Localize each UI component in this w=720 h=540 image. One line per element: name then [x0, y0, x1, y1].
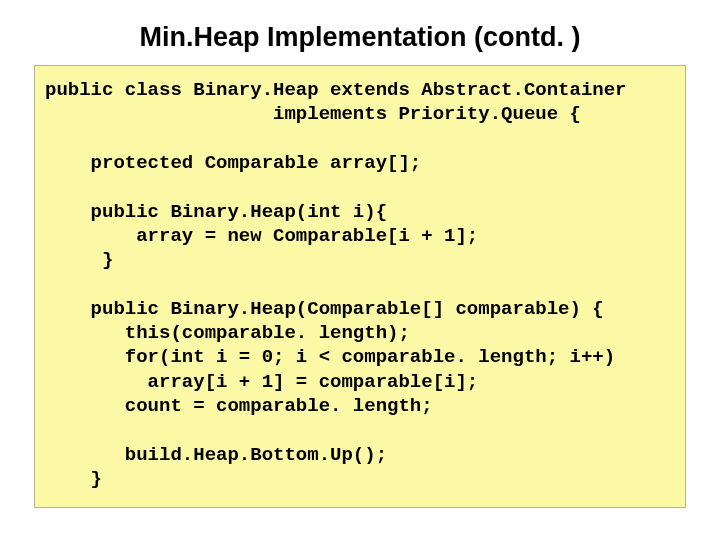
code-line: }	[45, 468, 102, 490]
code-line: array = new Comparable[i + 1];	[45, 225, 478, 247]
code-line: count = comparable. length;	[45, 395, 433, 417]
code-line: protected Comparable array[];	[45, 152, 421, 174]
code-line: public class Binary.Heap extends Abstrac…	[45, 79, 627, 101]
code-line: public Binary.Heap(int i){	[45, 201, 387, 223]
code-line: this(comparable. length);	[45, 322, 410, 344]
code-line: array[i + 1] = comparable[i];	[45, 371, 478, 393]
code-line: implements Priority.Queue {	[45, 103, 581, 125]
code-line: for(int i = 0; i < comparable. length; i…	[45, 346, 615, 368]
code-block: public class Binary.Heap extends Abstrac…	[34, 65, 686, 508]
slide-title: Min.Heap Implementation (contd. )	[0, 0, 720, 65]
code-line: public Binary.Heap(Comparable[] comparab…	[45, 298, 604, 320]
slide: Min.Heap Implementation (contd. ) public…	[0, 0, 720, 540]
code-line: build.Heap.Bottom.Up();	[45, 444, 387, 466]
code-line: }	[45, 249, 113, 271]
